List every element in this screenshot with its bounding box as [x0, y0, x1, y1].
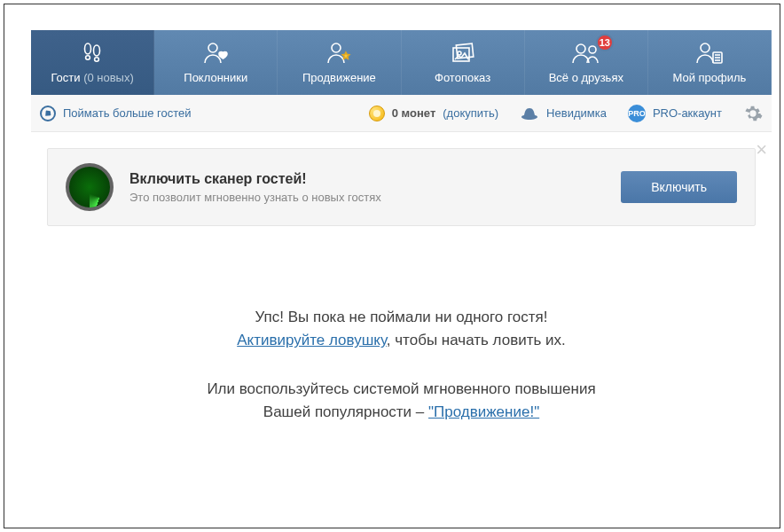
banner-subtitle: Это позволит мгновенно узнать о новых го… [129, 191, 621, 204]
nav-label: Гости (0 новых) [51, 71, 133, 84]
profile-doc-icon [695, 41, 724, 66]
invisible-link[interactable]: Невидимка [546, 106, 607, 120]
banner-title: Включить сканер гостей! [129, 171, 621, 187]
nav-tab-friends[interactable]: 13 Всё о друзьях [525, 30, 648, 95]
close-icon[interactable]: × [756, 140, 767, 160]
svg-point-0 [85, 43, 91, 54]
empty-text: Упс! Вы пока не поймали ни одного гостя! [255, 309, 547, 325]
main-nav: Гости (0 новых) Поклонники [31, 30, 772, 95]
nav-label: Всё о друзьях [549, 71, 623, 84]
badge: 13 [596, 34, 614, 51]
scanner-banner: × Включить сканер гостей! Это позволит м… [47, 148, 756, 226]
pro-icon: PRO [628, 105, 646, 122]
empty-text: , чтобы начать ловить их. [387, 332, 566, 348]
nav-label: Фотопоказ [435, 71, 490, 84]
coin-icon [369, 106, 385, 121]
footprints-icon [80, 41, 105, 66]
person-star-icon [325, 41, 352, 66]
empty-state: Упс! Вы пока не поймали ни одного гостя!… [31, 306, 772, 424]
hat-icon [520, 106, 539, 121]
subbar: Поймать больше гостей 0 монет (докупить)… [31, 95, 772, 132]
nav-tab-photoshow[interactable]: Фотопоказ [402, 30, 525, 95]
empty-text: Вашей популярности – [263, 403, 428, 420]
nav-tab-fans[interactable]: Поклонники [154, 30, 278, 95]
gem-icon [40, 106, 56, 121]
nav-tab-promotion[interactable]: Продвижение [278, 30, 401, 95]
svg-point-5 [332, 43, 341, 52]
svg-point-3 [95, 58, 99, 61]
nav-label: Мой профиль [672, 71, 746, 84]
svg-point-11 [701, 43, 710, 52]
svg-point-9 [576, 44, 585, 53]
heart-person-icon [202, 41, 229, 66]
scanner-icon [66, 163, 114, 211]
svg-point-10 [589, 46, 596, 53]
svg-point-2 [94, 45, 100, 56]
activate-trap-link[interactable]: Активируйте ловушку [237, 332, 387, 348]
svg-point-8 [458, 51, 461, 55]
svg-point-4 [208, 43, 217, 52]
nav-label: Поклонники [184, 71, 247, 84]
pro-account-link[interactable]: PRO-аккаунт [653, 106, 722, 120]
enable-button[interactable]: Включить [621, 171, 737, 203]
empty-text: Или воспользуйтесь системой мгновенного … [207, 380, 595, 397]
promotion-link[interactable]: "Продвижение!" [428, 403, 539, 420]
svg-point-1 [86, 56, 90, 59]
photo-stack-icon [449, 41, 477, 66]
nav-tab-guests[interactable]: Гости (0 новых) [31, 30, 154, 95]
catch-more-link[interactable]: Поймать больше гостей [63, 106, 192, 120]
coins-text: 0 монет [392, 106, 436, 120]
nav-tab-profile[interactable]: Мой профиль [648, 30, 772, 95]
topup-link[interactable]: (докупить) [443, 106, 498, 120]
gear-icon[interactable] [743, 104, 763, 123]
nav-label: Продвижение [302, 71, 376, 84]
friends-icon: 13 [571, 41, 601, 66]
